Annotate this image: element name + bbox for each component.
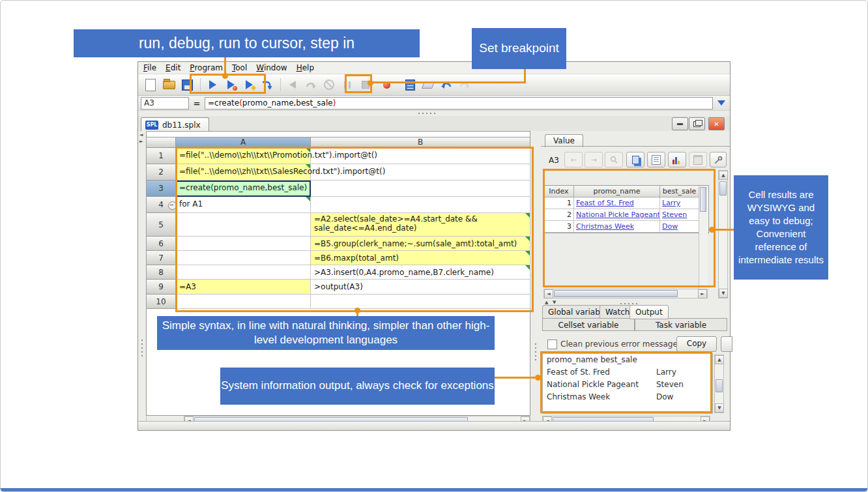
clean-errors-checkbox[interactable] xyxy=(547,340,557,349)
save-icon[interactable] xyxy=(179,76,195,93)
status-bar xyxy=(138,421,730,430)
collapse-up-icon[interactable]: ▲ xyxy=(545,300,548,305)
cell-text-B6: =B5.group(clerk_name;~.sum(sale_amt):tot… xyxy=(314,239,517,248)
new-file-icon[interactable] xyxy=(142,76,159,93)
value-index-cell: 2 xyxy=(544,209,574,221)
cell-B4[interactable] xyxy=(311,197,530,213)
copy-value-icon[interactable] xyxy=(626,152,644,167)
scroll-left-icon[interactable]: ◄ xyxy=(544,289,553,298)
cell-A9[interactable] xyxy=(176,280,311,295)
row-header-1[interactable]: 1 xyxy=(146,148,176,164)
tab-task-variable[interactable]: Task variable xyxy=(635,318,727,331)
value-promo-cell[interactable]: Christmas Week xyxy=(574,221,660,233)
run-to-cursor-icon[interactable] xyxy=(240,76,257,93)
collapse-left-icon[interactable]: ◄ xyxy=(139,132,143,137)
value-bestsale-cell[interactable]: Steven xyxy=(660,209,699,221)
row-header-8[interactable]: 8 xyxy=(146,265,176,280)
menu-help[interactable]: Help xyxy=(297,63,314,72)
sheet-row: 5=A2.select(sale_date>=A4.start_date && … xyxy=(146,213,530,237)
formula-input[interactable]: =create(promo_name,best_sale) xyxy=(205,97,713,109)
row-header-6[interactable]: 6 xyxy=(146,237,176,251)
tab-value[interactable]: Value xyxy=(545,134,583,147)
equals-button[interactable]: = xyxy=(192,98,202,108)
value-col-header[interactable]: best_sale xyxy=(660,186,699,197)
row-header-5[interactable]: 5 xyxy=(146,213,176,237)
value-bestsale-cell[interactable]: Dow xyxy=(660,221,699,233)
step-in-icon[interactable] xyxy=(259,76,276,93)
menu-edit[interactable]: Edit xyxy=(166,63,181,72)
cell-B10[interactable] xyxy=(311,295,530,309)
loop-block-marker[interactable] xyxy=(168,201,177,210)
output-vscrollbar[interactable]: ▲ ▼ xyxy=(714,355,724,413)
row-header-10[interactable]: 10 xyxy=(146,295,176,309)
value-table-scrollbar[interactable] xyxy=(699,186,708,289)
minimize-button[interactable] xyxy=(672,117,688,130)
scroll-right-icon[interactable]: ► xyxy=(698,289,707,298)
chart-icon[interactable] xyxy=(668,152,686,167)
value-cell-ref: A3 xyxy=(549,156,559,165)
value-hscrollbar[interactable]: ◄ ► xyxy=(543,289,708,298)
cell-A8[interactable] xyxy=(176,265,311,280)
value-index-cell: 3 xyxy=(544,221,574,233)
sheet-corner-cell[interactable] xyxy=(146,137,176,148)
scroll-up-icon[interactable]: ▲ xyxy=(715,355,724,364)
spl-file-icon: SPL xyxy=(145,121,158,130)
menu-file[interactable]: File xyxy=(143,63,156,72)
step-back-icon xyxy=(284,76,301,93)
scroll-up-icon[interactable]: ▲ xyxy=(719,171,728,180)
cell-B3[interactable] xyxy=(311,181,530,197)
breakpoint-icon[interactable] xyxy=(378,76,395,93)
panel-splitter[interactable] xyxy=(530,131,541,422)
row-header-7[interactable]: 7 xyxy=(146,251,176,265)
value-table-row: 2National Pickle PageantSteven xyxy=(544,209,708,221)
formula-expand-button[interactable] xyxy=(716,97,727,109)
restore-button[interactable] xyxy=(689,117,705,130)
row-header-3[interactable]: 3 xyxy=(146,181,176,197)
splitter-handle-dots[interactable] xyxy=(417,111,437,115)
row-header-9[interactable]: 9 xyxy=(146,280,176,295)
tab-cellset-variable[interactable]: Cellset variable xyxy=(542,318,635,331)
sheet-row: 8>A3.insert(0,A4.promo_name,B7.clerk_nam… xyxy=(146,265,530,280)
open-icon[interactable] xyxy=(160,76,177,93)
menu-program[interactable]: Program xyxy=(190,63,223,72)
callout-cell-results: Cell results are WYSIWYG and easy to deb… xyxy=(734,175,828,280)
cell-A7[interactable] xyxy=(176,251,311,265)
cell-A10[interactable] xyxy=(176,295,311,309)
cell-A5[interactable] xyxy=(176,213,311,237)
value-promo-cell[interactable]: National Pickle Pageant xyxy=(574,209,660,221)
value-panel-vscrollbar[interactable]: ▲ ▼ xyxy=(718,170,728,298)
column-header-A[interactable]: A xyxy=(175,137,311,148)
undo-icon[interactable] xyxy=(438,76,455,93)
scroll-down-icon[interactable]: ▼ xyxy=(719,289,728,298)
menu-window[interactable]: Window xyxy=(256,63,287,72)
tab-output[interactable]: Output xyxy=(629,305,669,319)
collapse-right-icon[interactable]: ► xyxy=(139,139,143,144)
row-header-2[interactable]: 2 xyxy=(146,164,176,181)
value-col-header[interactable]: promo_name xyxy=(574,186,660,197)
form-view-icon[interactable] xyxy=(647,152,665,167)
document-tab[interactable]: SPL db11.splx xyxy=(141,117,209,132)
debug-icon[interactable] xyxy=(222,76,239,93)
sheet-row: 1=file("..\\demo\\zh\\txt\\Promotion.txt… xyxy=(146,148,530,164)
value-col-header[interactable]: Index xyxy=(544,186,574,197)
menu-tool[interactable]: Tool xyxy=(232,63,247,72)
value-bestsale-cell[interactable]: Larry xyxy=(660,197,699,209)
sheet-row: 2=file("..\\demo\\zh\\txt\\SalesRecord.t… xyxy=(146,164,530,181)
output-console: promo_name best_saleFeast of St. FredLar… xyxy=(542,353,713,414)
slide-footer-strip xyxy=(1,488,867,491)
cell-text-B8: >A3.insert(0,A4.promo_name,B7.clerk_name… xyxy=(314,268,494,277)
cell-reference-box[interactable]: A3 xyxy=(141,97,189,109)
cell-A6[interactable] xyxy=(176,237,311,251)
close-button[interactable]: ✕ xyxy=(708,117,725,130)
pin-icon[interactable] xyxy=(710,152,727,167)
calculator-icon[interactable] xyxy=(401,76,418,93)
copy-button[interactable]: Copy xyxy=(676,336,717,352)
value-index-cell: 1 xyxy=(544,197,574,209)
column-header-B[interactable]: B xyxy=(310,137,530,148)
clear-icon[interactable] xyxy=(420,76,437,93)
clipped-button[interactable] xyxy=(721,336,732,352)
run-icon[interactable] xyxy=(204,76,221,93)
collapse-down-icon[interactable]: ▼ xyxy=(553,300,556,305)
value-promo-cell[interactable]: Feast of St. Fred xyxy=(574,197,660,209)
scroll-down-icon[interactable]: ▼ xyxy=(715,403,724,412)
